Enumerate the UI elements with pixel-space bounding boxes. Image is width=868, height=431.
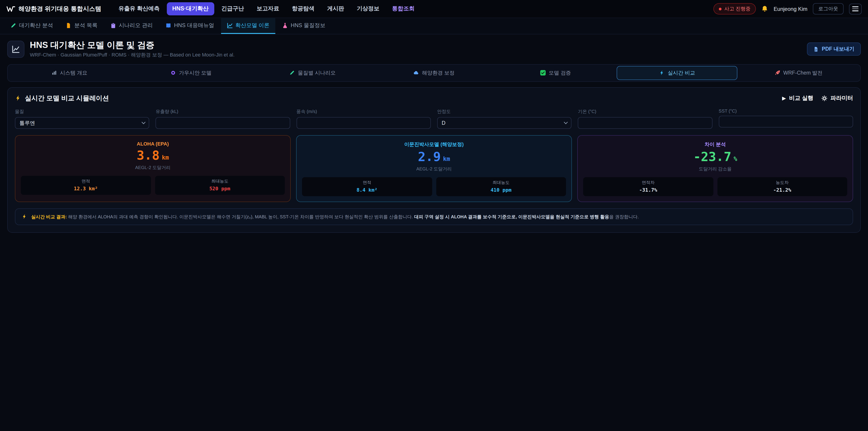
comparison-result-note: 실시간 비교 결과: 해양 환경에서 ALOHA의 과대 예측 경향이 확인됩니… bbox=[15, 208, 853, 225]
metric-concentration-difference: 농도차 -21.2% bbox=[717, 177, 847, 196]
tab-wrf-chem-development[interactable]: WRF-Chem 발전 bbox=[738, 66, 859, 80]
nav-item-aerial-search[interactable]: 항공탐색 bbox=[286, 2, 320, 16]
logo-wave-icon bbox=[6, 6, 16, 12]
section-tab-bar: 시스템 개요 가우시안 모델 물질별 시나리오 해양환경 보정 모델 검증 실시… bbox=[7, 64, 861, 82]
metric-max-concentration: 최대농도 410 ppm bbox=[436, 177, 566, 196]
run-comparison-button[interactable]: ▶ 비교 실행 bbox=[782, 94, 813, 102]
field-air-temperature: 기온 (°C) bbox=[578, 109, 712, 129]
subtab-hns-substance-info[interactable]: HNS 물질정보 bbox=[276, 18, 331, 34]
subtab-hns-manual[interactable]: HNS 대응매뉴얼 bbox=[160, 18, 220, 34]
circle-icon bbox=[170, 70, 176, 76]
run-comparison-label: 비교 실행 bbox=[789, 94, 813, 102]
stability-select[interactable]: D bbox=[437, 117, 572, 129]
book-icon bbox=[165, 23, 171, 29]
tab-system-overview[interactable]: 시스템 개요 bbox=[9, 66, 130, 80]
logout-button[interactable]: 로그아웃 bbox=[813, 3, 844, 14]
nav-item-weather-info[interactable]: 기상정보 bbox=[351, 2, 385, 16]
topnav-right: 사고 진행중 Eunjeong Kim 로그아웃 bbox=[713, 3, 862, 14]
subtab-atmospheric-analysis[interactable]: 대기확산 분석 bbox=[4, 18, 59, 34]
nav-item-hns-atmospheric[interactable]: HNS·대기확산 bbox=[167, 2, 214, 16]
substance-select[interactable]: 톨루엔 bbox=[15, 117, 149, 129]
page-title: HNS 대기확산 모델 이론 및 검증 bbox=[30, 40, 235, 50]
nav-item-emergency-rescue[interactable]: 긴급구난 bbox=[216, 2, 249, 16]
nav-item-reports[interactable]: 보고자료 bbox=[251, 2, 285, 16]
sub-navbar: 대기확산 분석 분석 목록 시나리오 관리 HNS 대응매뉴얼 확산모델 이론 … bbox=[0, 18, 868, 34]
card-value: 2.9km bbox=[302, 150, 566, 164]
rocket-icon bbox=[775, 70, 780, 76]
tab-realtime-comparison[interactable]: 실시간 비교 bbox=[617, 66, 738, 80]
field-label: 풍속 (m/s) bbox=[296, 109, 431, 115]
tab-label: WRF-Chem 발전 bbox=[783, 70, 823, 76]
subtab-label: 확산모델 이론 bbox=[235, 22, 270, 29]
user-name: Eunjeong Kim bbox=[774, 6, 807, 12]
page-header: HNS 대기확산 모델 이론 및 검증 WRF-Chem · Gaussian … bbox=[0, 34, 868, 63]
metric-label: 면적 bbox=[304, 180, 430, 186]
field-label: SST (°C) bbox=[719, 109, 853, 114]
card-title: ALOHA (EPA) bbox=[21, 141, 285, 147]
subtab-scenario-management[interactable]: 시나리오 관리 bbox=[104, 18, 159, 34]
hamburger-icon bbox=[852, 6, 859, 7]
menu-button[interactable] bbox=[849, 3, 862, 14]
subtab-label: 분석 목록 bbox=[74, 22, 98, 29]
logo[interactable]: 해양환경 위기대응 통합시스템 bbox=[6, 5, 101, 13]
sst-input[interactable] bbox=[719, 116, 853, 127]
wind-speed-input[interactable] bbox=[296, 117, 431, 129]
field-label: 유출량 (kL) bbox=[156, 109, 290, 115]
subtab-label: HNS 대응매뉴얼 bbox=[174, 22, 214, 29]
nav-item-board[interactable]: 게시판 bbox=[322, 2, 349, 16]
page-header-text: HNS 대기확산 모델 이론 및 검증 WRF-Chem · Gaussian … bbox=[30, 40, 235, 58]
metric-max-concentration: 최대농도 520 ppm bbox=[155, 176, 285, 194]
metric-label: 최대농도 bbox=[157, 178, 283, 184]
pencil-icon bbox=[10, 23, 16, 29]
tab-marine-environment-correction[interactable]: 해양환경 보정 bbox=[374, 66, 494, 80]
tab-label: 해양환경 보정 bbox=[422, 70, 455, 76]
tab-model-validation[interactable]: 모델 검증 bbox=[495, 66, 616, 80]
tab-substance-scenarios[interactable]: 물질별 시나리오 bbox=[252, 66, 373, 80]
card-aloha: ALOHA (EPA) 3.8km AEGL-2 도달거리 면적 12.3 km… bbox=[15, 135, 291, 202]
tab-gaussian-model[interactable]: 가우시안 모델 bbox=[131, 66, 251, 80]
notifications-bell-icon[interactable] bbox=[762, 5, 768, 12]
card-difference-analysis: 차이 분석 -23.7% 도달거리 감소율 면적차 -31.7% 농도차 -21… bbox=[577, 135, 853, 202]
card-caption: AEGL-2 도달거리 bbox=[302, 166, 566, 172]
metric-area: 면적 12.3 km² bbox=[21, 176, 151, 194]
chart-icon bbox=[12, 45, 20, 53]
clipboard-icon bbox=[110, 23, 116, 29]
note-tail: 을 권장합니다. bbox=[609, 214, 639, 219]
field-wind-speed: 풍속 (m/s) bbox=[296, 109, 431, 129]
status-dot-icon bbox=[719, 7, 721, 10]
field-stability: 안정도 D bbox=[437, 109, 572, 129]
spill-volume-input[interactable] bbox=[156, 117, 290, 129]
subtab-diffusion-model-theory[interactable]: 확산모델 이론 bbox=[221, 18, 275, 34]
air-temperature-input[interactable] bbox=[578, 117, 712, 129]
field-spill-volume: 유출량 (kL) bbox=[156, 109, 290, 129]
card-metrics: 면적 12.3 km² 최대농도 520 ppm bbox=[21, 176, 285, 194]
lightning-bolt-icon bbox=[659, 70, 664, 76]
comparison-cards: ALOHA (EPA) 3.8km AEGL-2 도달거리 면적 12.3 km… bbox=[15, 135, 853, 202]
main-nav: 유출유 확산예측 HNS·대기확산 긴급구난 보고자료 항공탐색 게시판 기상정… bbox=[113, 2, 420, 16]
pdf-export-button[interactable]: PDF 내보내기 bbox=[807, 43, 861, 56]
tab-label: 물질별 시나리오 bbox=[298, 70, 336, 76]
card-value: -23.7% bbox=[583, 150, 847, 164]
bar-chart-icon bbox=[51, 70, 57, 76]
tab-label: 시스템 개요 bbox=[60, 70, 87, 76]
subtab-label: 대기확산 분석 bbox=[19, 22, 53, 29]
nav-item-integrated-search[interactable]: 통합조회 bbox=[386, 2, 420, 16]
card-metrics: 면적 8.4 km² 최대농도 410 ppm bbox=[302, 177, 566, 196]
subtab-analysis-list[interactable]: 분석 목록 bbox=[60, 18, 103, 34]
panel-actions: ▶ 비교 실행 파라미터 bbox=[782, 94, 853, 102]
parameters-button[interactable]: 파라미터 bbox=[822, 94, 853, 102]
metric-value: 410 ppm bbox=[438, 187, 564, 193]
card-lee-model: 이문진박사모델 (해양보정) 2.9km AEGL-2 도달거리 면적 8.4 … bbox=[296, 135, 572, 202]
metric-label: 면적 bbox=[23, 178, 149, 184]
subtab-label: 시나리오 관리 bbox=[119, 22, 153, 29]
play-icon: ▶ bbox=[782, 95, 786, 101]
flask-icon bbox=[282, 23, 288, 29]
nav-item-oil-spill[interactable]: 유출유 확산예측 bbox=[113, 2, 165, 16]
field-label: 기온 (°C) bbox=[578, 109, 712, 115]
card-unit: km bbox=[443, 155, 450, 162]
chart-icon bbox=[227, 23, 232, 29]
note-label: 실시간 비교 결과: bbox=[31, 214, 67, 219]
pdf-export-label: PDF 내보내기 bbox=[822, 46, 855, 53]
note-emphasis: 대피 구역 설정 시 ALOHA 결과를 보수적 기준으로, 이문진박사모델을 … bbox=[414, 214, 609, 219]
top-navbar: 해양환경 위기대응 통합시스템 유출유 확산예측 HNS·대기확산 긴급구난 보… bbox=[0, 0, 868, 18]
